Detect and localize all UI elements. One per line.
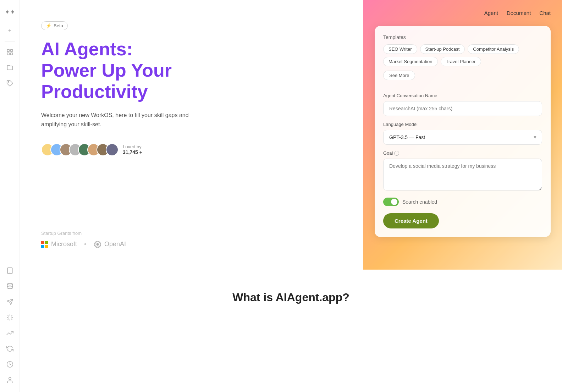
- search-enabled-label: Search enabled: [402, 199, 437, 205]
- separator: •: [84, 240, 87, 248]
- sidebar-item-recycle[interactable]: [4, 342, 16, 355]
- sidebar-item-send[interactable]: [4, 296, 16, 308]
- sidebar-logo: ✦✦: [4, 6, 16, 18]
- right-panel: Agent Document Chat Templates SEO Writer…: [363, 0, 562, 270]
- avatars-row: Loved by 31,745 +: [41, 143, 342, 156]
- openai-label: OpenAI: [104, 241, 126, 248]
- top-section: ⚡ Beta AI Agents: Power Up Your Producti…: [20, 0, 562, 270]
- tab-document[interactable]: Document: [507, 9, 531, 17]
- svg-point-7: [7, 283, 12, 285]
- svg-rect-5: [7, 268, 12, 274]
- language-model-label: Language Model: [383, 122, 542, 127]
- templates-section: Templates SEO Writer Start-up Podcast Co…: [383, 34, 542, 87]
- goal-label: Goal i: [383, 150, 542, 156]
- svg-line-16: [8, 319, 9, 320]
- right-panel-inner: Agent Document Chat Templates SEO Writer…: [363, 0, 562, 270]
- sidebar-item-tablet[interactable]: [4, 264, 16, 277]
- template-chip-travel-planner[interactable]: Travel Planner: [441, 57, 481, 66]
- hero-section: ⚡ Beta AI Agents: Power Up Your Producti…: [20, 0, 363, 270]
- sidebar-divider-bottom: [5, 260, 15, 260]
- loved-by-label: Loved by: [123, 144, 142, 149]
- template-chip-startup-podcast[interactable]: Start-up Podcast: [420, 44, 465, 54]
- loved-by-section: Loved by 31,745 +: [123, 144, 142, 155]
- svg-rect-2: [7, 53, 9, 55]
- search-enabled-toggle[interactable]: [383, 198, 399, 206]
- templates-row: SEO Writer Start-up Podcast Competitor A…: [383, 44, 542, 66]
- microsoft-icon: [41, 241, 48, 248]
- svg-line-17: [11, 315, 12, 316]
- sidebar-item-database[interactable]: [4, 280, 16, 293]
- sidebar-item-analytics[interactable]: [4, 327, 16, 339]
- avatar-stack: [41, 143, 119, 156]
- grants-logos: Microsoft • OpenAI: [41, 240, 342, 248]
- microsoft-label: Microsoft: [51, 241, 77, 248]
- agent-name-label: Agent Conversation Name: [383, 93, 542, 98]
- sparkle-icon: ✦✦: [5, 8, 15, 16]
- goal-textarea[interactable]: [383, 159, 542, 191]
- agent-name-group: Agent Conversation Name: [383, 93, 542, 116]
- toggle-thumb: [391, 199, 397, 205]
- bottom-section: What is AIAgent.app?: [20, 270, 562, 325]
- grants-section: Startup Grants from Microsoft •: [41, 202, 342, 248]
- language-model-group: Language Model GPT-3.5 — Fast GPT-4 — Sm…: [383, 122, 542, 145]
- svg-point-20: [97, 243, 99, 245]
- svg-point-4: [8, 82, 9, 83]
- sidebar-item-integrations[interactable]: [4, 311, 16, 324]
- template-chip-competitor-analysis[interactable]: Competitor Analysis: [468, 44, 519, 54]
- language-model-select[interactable]: GPT-3.5 — Fast GPT-4 — Smart Claude 3 — …: [383, 130, 542, 145]
- search-enabled-row: Search enabled: [383, 198, 542, 206]
- template-chip-seo-writer[interactable]: SEO Writer: [383, 44, 417, 54]
- beta-badge: ⚡ Beta: [41, 21, 68, 30]
- lightning-icon: ⚡: [46, 23, 51, 28]
- avatar: [106, 143, 119, 156]
- openai-logo: OpenAI: [94, 241, 126, 248]
- form-card: Templates SEO Writer Start-up Podcast Co…: [375, 26, 551, 237]
- svg-rect-0: [7, 50, 9, 52]
- nav-tabs: Agent Document Chat: [375, 9, 551, 17]
- svg-line-13: [11, 319, 12, 320]
- tab-agent[interactable]: Agent: [484, 9, 498, 17]
- sidebar-item-dashboard[interactable]: [4, 46, 16, 59]
- create-agent-button[interactable]: Create Agent: [383, 213, 439, 228]
- sidebar-divider-top: [5, 41, 15, 42]
- sidebar-item-profile[interactable]: [4, 374, 16, 386]
- loved-count: 31,745 +: [123, 149, 142, 155]
- main-content: ⚡ Beta AI Agents: Power Up Your Producti…: [20, 0, 562, 392]
- tab-chat[interactable]: Chat: [539, 9, 551, 17]
- hero-subtitle: Welcome your new WorkOS, here to fill yo…: [41, 111, 211, 129]
- goal-group: Goal i: [383, 150, 542, 192]
- openai-icon: [94, 241, 101, 248]
- beta-label: Beta: [54, 23, 63, 28]
- svg-line-12: [8, 315, 9, 316]
- language-model-select-wrapper: GPT-3.5 — Fast GPT-4 — Smart Claude 3 — …: [383, 130, 542, 145]
- sidebar-item-tags[interactable]: [4, 77, 16, 90]
- see-more-button[interactable]: See More: [383, 71, 415, 80]
- microsoft-logo: Microsoft: [41, 241, 77, 248]
- svg-rect-1: [10, 50, 12, 52]
- templates-label: Templates: [383, 34, 542, 40]
- hero-title: AI Agents: Power Up Your Productivity: [41, 39, 342, 102]
- grants-label: Startup Grants from: [41, 231, 342, 236]
- svg-rect-3: [10, 53, 12, 55]
- sidebar: ✦✦ +: [0, 0, 20, 392]
- svg-point-19: [9, 377, 11, 380]
- sidebar-item-documents[interactable]: [4, 61, 16, 74]
- sidebar-bottom-icons: [4, 258, 16, 386]
- what-is-title: What is AIAgent.app?: [20, 291, 562, 304]
- goal-info-icon: i: [394, 151, 399, 156]
- add-button[interactable]: +: [4, 24, 16, 37]
- template-chip-market-segmentation[interactable]: Market Segmentation: [383, 57, 438, 66]
- sidebar-item-history[interactable]: [4, 358, 16, 371]
- agent-name-input[interactable]: [383, 101, 542, 116]
